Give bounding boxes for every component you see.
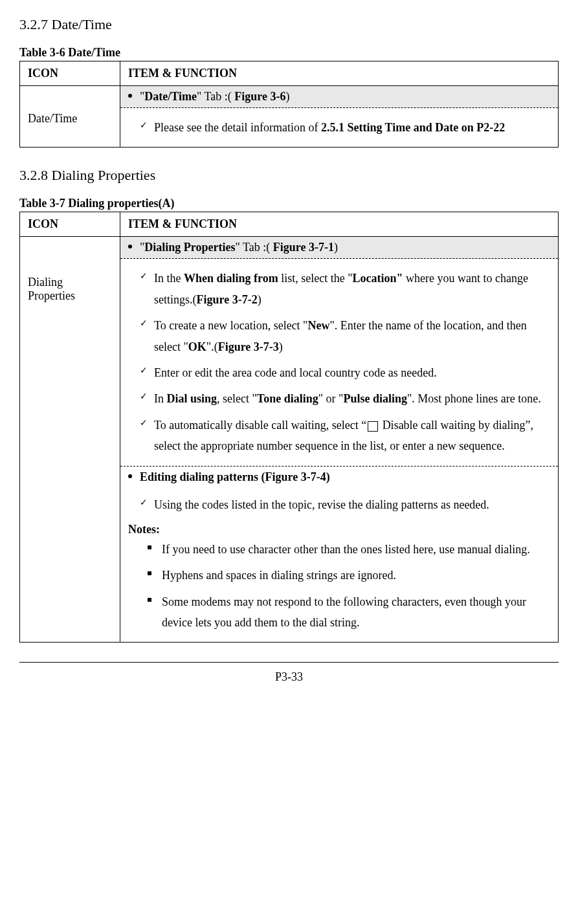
tab-colon: :( <box>221 90 234 103</box>
notes-item: If you need to use character other than … <box>148 536 550 562</box>
page-number: P3-33 <box>19 662 559 684</box>
tab-name: Date/Time <box>144 90 197 103</box>
tab-colon: :( <box>260 241 273 254</box>
tab-name: Dialing Properties <box>144 241 235 254</box>
item-text: Please see the detail information of <box>154 121 321 134</box>
notes-label: Notes: <box>128 523 550 536</box>
notes-item: Some modems may not respond to the follo… <box>148 589 550 636</box>
tab-fig: Figure 3-6 <box>234 90 285 103</box>
tab-fig: Figure 3-7-1 <box>273 241 334 254</box>
th-icon: ICON <box>20 212 120 237</box>
table-dialing: ICON ITEM & FUNCTION Dialing Properties … <box>19 212 559 643</box>
tab-header-dialing: "Dialing Properties" Tab :( Figure 3-7-1… <box>120 237 558 259</box>
cell-content-dialing: "Dialing Properties" Tab :( Figure 3-7-1… <box>120 237 559 643</box>
list-item: To automatically disable call waiting, s… <box>140 412 550 459</box>
notes-list: If you need to use character other than … <box>148 536 550 636</box>
list-item: Please see the detail information of 2.5… <box>140 115 550 140</box>
table-row: Dialing Properties "Dialing Properties" … <box>20 237 559 643</box>
tab-close-paren: ) <box>334 241 338 254</box>
list-item: Enter or edit the area code and local co… <box>140 360 550 386</box>
section-heading-dialing: 3.2.8 Dialing Properties <box>19 167 559 184</box>
cell-icon-datetime: Date/Time <box>20 86 120 148</box>
th-icon: ICON <box>20 61 120 86</box>
list-item: In the When dialing from list, select th… <box>140 265 550 313</box>
list-dialing-main: In the When dialing from list, select th… <box>140 265 550 459</box>
checkbox-icon <box>368 421 378 432</box>
list-item: To create a new location, select "New". … <box>140 313 550 360</box>
th-item-function: ITEM & FUNCTION <box>120 61 559 86</box>
sub-header-editing: Editing dialing patterns (Figure 3-7-4) <box>120 466 558 488</box>
table-datetime: ICON ITEM & FUNCTION Date/Time "Date/Tim… <box>19 61 559 148</box>
bullet-icon <box>128 94 132 98</box>
table-caption-36: Table 3-6 Date/Time <box>19 46 559 60</box>
section-heading-datetime: 3.2.7 Date/Time <box>19 16 559 33</box>
table-caption-37: Table 3-7 Dialing properties(A) <box>19 197 559 210</box>
cell-content-datetime: "Date/Time" Tab :( Figure 3-6) Please se… <box>120 86 559 148</box>
list-item: In Dial using, select "Tone dialing" or … <box>140 386 550 412</box>
item-bold: 2.5.1 Setting Time and Date on P2-22 <box>321 121 505 134</box>
tab-close-paren: ) <box>285 90 289 103</box>
th-item-function: ITEM & FUNCTION <box>120 212 559 237</box>
sub-header-text: Editing dialing patterns (Figure 3-7-4) <box>140 470 330 483</box>
quote-close-tab: " Tab <box>236 241 260 254</box>
bullet-icon <box>128 245 132 248</box>
list-editing: Using the codes listed in the topic, rev… <box>140 492 550 518</box>
table-row: Date/Time "Date/Time" Tab :( Figure 3-6)… <box>20 86 559 148</box>
list-datetime: Please see the detail information of 2.5… <box>140 115 550 140</box>
list-item: Using the codes listed in the topic, rev… <box>140 492 550 518</box>
tab-header-datetime: "Date/Time" Tab :( Figure 3-6) <box>120 86 558 108</box>
notes-item: Hyphens and spaces in dialing strings ar… <box>148 562 550 588</box>
cell-icon-dialing: Dialing Properties <box>20 237 120 643</box>
bullet-icon <box>128 474 132 478</box>
quote-close-tab: " Tab <box>197 90 221 103</box>
